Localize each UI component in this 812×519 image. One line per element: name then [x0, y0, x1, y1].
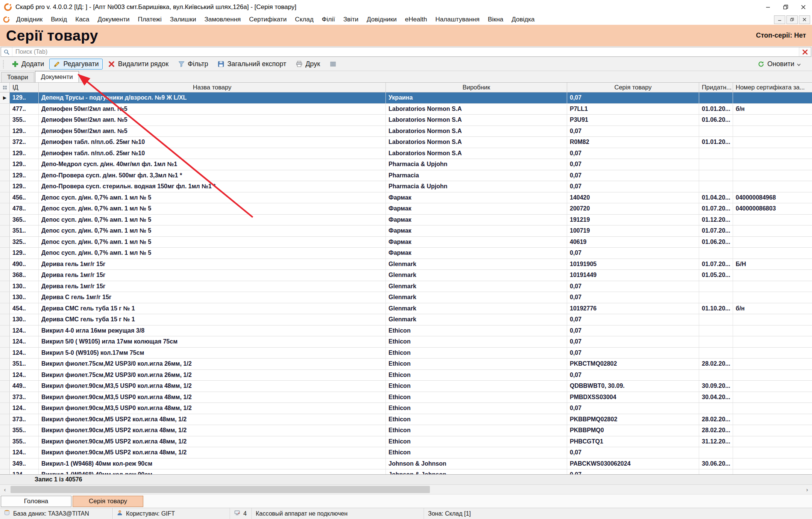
- cell-certificate: [733, 403, 812, 414]
- cell-id: 477..: [10, 104, 39, 115]
- menu-item-14[interactable]: Вікна: [484, 16, 507, 23]
- menu-item-11[interactable]: Довідники: [363, 16, 401, 23]
- cell-certificate: 040000084968: [733, 192, 812, 203]
- cell-manufacturer: Ethicon: [386, 370, 567, 381]
- column-header-manufacturer[interactable]: Виробник: [386, 83, 567, 92]
- table-row[interactable]: 454..Дерива СМС гель туба 15 г № 1Glenma…: [0, 303, 812, 315]
- restore-button[interactable]: [777, 0, 794, 14]
- table-row[interactable]: 124..Викрил фиолет.75см,М2 USP3/0 кол.иг…: [0, 370, 812, 381]
- menu-item-15[interactable]: Довідка: [507, 16, 539, 23]
- cell-id: 124..: [10, 325, 39, 336]
- tab-tovary[interactable]: Товари: [1, 72, 34, 82]
- export-button[interactable]: Загальний експорт: [213, 59, 290, 70]
- column-header-certificate[interactable]: Номер сертифіката за...: [733, 83, 812, 92]
- column-header-name[interactable]: Назва товару: [39, 83, 386, 92]
- table-row[interactable]: 129..Депиофен 50мг/2мл амп. №5Laboratori…: [0, 126, 812, 137]
- table-row[interactable]: 477..Депиофен 50мг/2мл амп. №5Laboratori…: [0, 104, 812, 115]
- horizontal-scrollbar[interactable]: ‹ ›: [0, 484, 812, 494]
- cell-name: Депиофен 50мг/2мл амп. №5: [39, 126, 386, 137]
- columns-icon: [329, 61, 337, 68]
- table-row[interactable]: 124..Викрил 5/0 ( W9105) игла 17мм колющ…: [0, 336, 812, 348]
- cell-series: 0,07: [567, 403, 699, 414]
- table-row[interactable]: 129..Депо-Медрол сусп. д/ин. 40мг/мл фл.…: [0, 159, 812, 170]
- window-tab-seriya-tovaru[interactable]: Серія товару: [73, 496, 143, 507]
- minimize-button[interactable]: [759, 0, 777, 14]
- table-row[interactable]: 129..Депиофен табл. п/пл.об. 25мг №10Lab…: [0, 148, 812, 159]
- menu-item-5[interactable]: Залишки: [166, 16, 200, 23]
- clear-search-icon[interactable]: [799, 47, 811, 56]
- table-row[interactable]: 124..Викрил 5-0 (W9105) кол.17мм 75смEth…: [0, 348, 812, 359]
- menu-item-8[interactable]: Склад: [291, 16, 317, 23]
- window-tab-holovna[interactable]: Головна: [1, 496, 71, 507]
- mdi-restore-button[interactable]: [786, 15, 798, 24]
- mdi-close-button[interactable]: [799, 15, 810, 24]
- cell-manufacturer: Laboratorios Normon S.A: [386, 148, 567, 159]
- delete-row-button[interactable]: Видалити рядок: [104, 59, 172, 70]
- menu-item-7[interactable]: Сертифікати: [245, 16, 291, 23]
- cell-series: 0,07: [567, 314, 699, 325]
- table-row[interactable]: 490..Дерива гель 1мг/г 15гGlenmark101919…: [0, 259, 812, 270]
- row-marker: [0, 414, 10, 425]
- table-row[interactable]: 124..Викрил 4-0 игла 16мм режущая 3/8Eth…: [0, 325, 812, 337]
- table-row[interactable]: 129..Депо-Провера сусп. д/ин. 500мг фл. …: [0, 170, 812, 182]
- filter-button[interactable]: Фільтр: [174, 59, 212, 70]
- table-row[interactable]: 130..Дерива СМС гель туба 15 г № 1Glenma…: [0, 314, 812, 325]
- table-row[interactable]: 124..Викрил фиолет.90см,М3,5 USP0 кол.иг…: [0, 403, 812, 414]
- table-row[interactable]: 351..Викрил фиолет.75см,М2 USP3/0 кол.иг…: [0, 359, 812, 370]
- table-row[interactable]: 373..Викрил фиолет.90см,М3,5 USP0 кол.иг…: [0, 392, 812, 403]
- menu-item-13[interactable]: Налаштування: [431, 16, 484, 23]
- column-header-id[interactable]: ІД: [10, 83, 39, 92]
- scroll-left-icon[interactable]: ‹: [0, 485, 10, 494]
- table-row[interactable]: 130..Дерива С гель 1мг/г 15гGlenmark0,07: [0, 292, 812, 303]
- menu-item-1[interactable]: Вихід: [47, 16, 71, 23]
- table-row[interactable]: 351..Депос сусп. д/ин. 0,7% амп. 1 мл № …: [0, 225, 812, 237]
- menu-item-0[interactable]: Довідник: [12, 16, 47, 23]
- table-row[interactable]: 355..Депиофен 50мг/2мл амп. №5Laboratori…: [0, 115, 812, 126]
- cell-expiry: 01.07.20...: [699, 225, 733, 236]
- scrollbar-thumb[interactable]: [11, 486, 430, 493]
- menu-item-6[interactable]: Замовлення: [200, 16, 245, 23]
- table-row[interactable]: 349..Викрил-1 (W9468) 40мм кол-реж 90смJ…: [0, 458, 812, 470]
- cell-id: 130..: [10, 281, 39, 292]
- refresh-button[interactable]: Оновити: [753, 59, 804, 70]
- table-row[interactable]: 124..Викрил-1 (W9468) 40мм кол-реж 90смJ…: [0, 469, 812, 474]
- table-row[interactable]: 130..Дерива гель 1мг/г 15гGlenmark0,07: [0, 281, 812, 292]
- table-row[interactable]: 372..Депиофен табл. п/пл.об. 25мг №10Lab…: [0, 137, 812, 148]
- table-row[interactable]: 456..Депос сусп. д/ин. 0,7% амп. 1 мл № …: [0, 192, 812, 204]
- print-button[interactable]: Друк: [291, 59, 324, 70]
- column-header-expiry[interactable]: Придатн...: [699, 83, 733, 92]
- menu-item-10[interactable]: Звіти: [339, 16, 363, 23]
- table-row[interactable]: ▶129..Депенд Трусы - подгузники д/взросл…: [0, 92, 812, 104]
- mdi-minimize-button[interactable]: [774, 15, 785, 24]
- cell-manufacturer: Laboratorios Normon S.A: [386, 126, 567, 137]
- table-row[interactable]: 129..Депо-Провера сусп. стерильн. водная…: [0, 181, 812, 192]
- table-row[interactable]: 355..Викрил фиолет.90см,М5 USP2 кол.игла…: [0, 425, 812, 436]
- refresh-icon: [757, 61, 765, 68]
- scroll-right-icon[interactable]: ›: [802, 485, 812, 494]
- menu-item-9[interactable]: Філії: [318, 16, 339, 23]
- search-input[interactable]: [12, 48, 799, 55]
- close-button[interactable]: [794, 0, 812, 14]
- menu-item-2[interactable]: Каса: [71, 16, 93, 23]
- edit-button[interactable]: Редагувати: [49, 59, 102, 70]
- tab-dokumenty[interactable]: Документи: [35, 71, 79, 82]
- choose-columns-button[interactable]: [325, 59, 340, 70]
- table-row[interactable]: 355..Викрил фиолет.90см,М5 USP2 кол.игла…: [0, 436, 812, 448]
- cell-series: 200720: [567, 203, 699, 214]
- table-row[interactable]: 124..Викрил фиолет.90см,М5 USP2 кол.игла…: [0, 447, 812, 458]
- menu-item-12[interactable]: eHealth: [401, 16, 431, 23]
- menu-item-4[interactable]: Платежі: [134, 16, 165, 23]
- table-row[interactable]: 449..Викрил фиолет.90см,М3,5 USP0 кол.иг…: [0, 381, 812, 392]
- add-button[interactable]: Додати: [8, 59, 48, 70]
- table-body: ▶129..Депенд Трусы - подгузники д/взросл…: [0, 92, 812, 474]
- cell-manufacturer: Glenmark: [386, 303, 567, 314]
- table-row[interactable]: 129..Депос сусп. д/ин. 0,7% амп. 1 мл № …: [0, 248, 812, 259]
- table-row[interactable]: 368..Дерива гель 1мг/г 15гGlenmark101914…: [0, 270, 812, 281]
- cell-id: 129..: [10, 181, 39, 192]
- table-row[interactable]: 365..Депос сусп. д/ин. 0,7% амп. 1 мл № …: [0, 215, 812, 226]
- table-row[interactable]: 325..Депос сусп. д/ин. 0,7% амп. 1 мл № …: [0, 237, 812, 248]
- column-header-series[interactable]: Серія товару: [567, 83, 699, 92]
- menu-item-3[interactable]: Документи: [94, 16, 134, 23]
- table-row[interactable]: 373..Викрил фиолет.90см,М5 USP2 кол.игла…: [0, 414, 812, 425]
- table-row[interactable]: 478..Депос сусп. д/ин. 0,7% амп. 1 мл № …: [0, 203, 812, 215]
